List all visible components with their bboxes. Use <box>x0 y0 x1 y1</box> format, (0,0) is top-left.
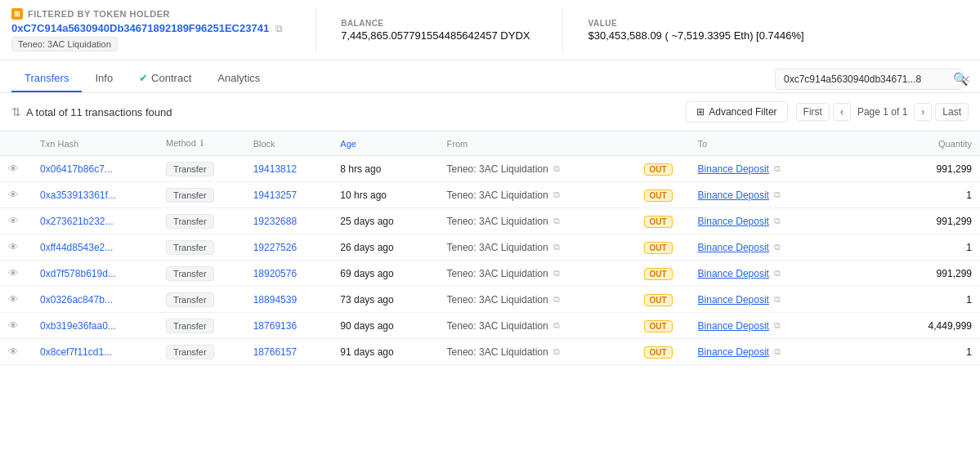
address-copy-icon[interactable]: ⧉ <box>275 23 283 34</box>
advanced-filter-button[interactable]: ⊞ Advanced Filter <box>686 101 787 123</box>
row-dir-cell: OUT <box>633 182 690 208</box>
tab-transfers[interactable]: Transfers <box>11 65 82 92</box>
txn-hash-link[interactable]: 0x06417b86c7... <box>40 163 113 175</box>
block-link[interactable]: 19227526 <box>253 242 297 253</box>
row-eye-button[interactable]: 👁 <box>8 267 19 279</box>
direction-badge: OUT <box>644 216 673 228</box>
col-header-age: Age <box>332 132 438 156</box>
txn-hash-link[interactable]: 0x8cef7f11cd1... <box>40 346 112 358</box>
txn-hash-link[interactable]: 0xa353913361f... <box>40 190 116 201</box>
txn-hash-link[interactable]: 0x273621b232... <box>40 216 113 227</box>
from-copy-icon[interactable]: ⧉ <box>553 216 560 226</box>
to-address-link[interactable]: Binance Deposit <box>698 163 769 175</box>
row-eye-button[interactable]: 👁 <box>8 346 19 358</box>
row-qty-cell: 991,299 <box>883 261 980 287</box>
page-first-button[interactable]: First <box>796 103 830 121</box>
to-address-link[interactable]: Binance Deposit <box>698 268 769 279</box>
row-eye-cell: 👁 <box>0 313 32 339</box>
value-label: VALUE <box>588 19 803 28</box>
direction-badge: OUT <box>644 268 673 280</box>
row-from-cell: Teneo: 3AC Liquidation ⧉ <box>439 313 633 339</box>
row-eye-button[interactable]: 👁 <box>8 293 19 306</box>
to-copy-icon[interactable]: ⧉ <box>774 320 781 331</box>
table-row: 👁 0xff44d8543e2... Transfer 19227526 26 … <box>0 234 980 261</box>
block-link[interactable]: 19413812 <box>253 163 297 175</box>
to-address-link[interactable]: Binance Deposit <box>698 190 769 201</box>
direction-badge: OUT <box>644 346 673 359</box>
from-address: Teneo: 3AC Liquidation <box>447 294 548 306</box>
token-address-link[interactable]: 0xC7C914a5630940Db34671892189F96251EC237… <box>11 22 269 34</box>
from-copy-icon[interactable]: ⧉ <box>553 242 560 252</box>
to-copy-icon[interactable]: ⧉ <box>774 268 781 279</box>
search-bar: ✕ 🔍 <box>775 69 969 90</box>
row-block-cell: 19227526 <box>245 234 333 261</box>
to-copy-icon[interactable]: ⧉ <box>774 346 781 357</box>
row-dir-cell: OUT <box>633 261 690 287</box>
row-dir-cell: OUT <box>633 234 690 261</box>
row-txn-cell: 0x06417b86c7... <box>32 156 158 182</box>
row-from-cell: Teneo: 3AC Liquidation ⧉ <box>439 182 633 208</box>
row-eye-cell: 👁 <box>0 182 32 208</box>
toolbar: ⇅ A total of 11 transactions found ⊞ Adv… <box>0 93 980 131</box>
from-copy-icon[interactable]: ⧉ <box>553 320 560 331</box>
row-txn-cell: 0xb319e36faa0... <box>32 313 158 339</box>
row-method-cell: Transfer <box>158 234 245 261</box>
transactions-table-container: Txn Hash Method ℹ Block Age From To Quan… <box>0 131 980 365</box>
block-link[interactable]: 19232688 <box>253 216 297 227</box>
row-method-cell: Transfer <box>158 287 245 313</box>
to-address-link[interactable]: Binance Deposit <box>698 242 769 253</box>
from-copy-icon[interactable]: ⧉ <box>553 268 560 279</box>
to-address-link[interactable]: Binance Deposit <box>698 320 769 332</box>
toolbar-right: ⊞ Advanced Filter First ‹ Page 1 of 1 › … <box>686 101 969 123</box>
row-qty-cell: 1 <box>883 339 980 365</box>
from-copy-icon[interactable]: ⧉ <box>553 346 560 357</box>
filtered-header: ⊞ FILTERED BY TOKEN HOLDER <box>11 8 283 20</box>
to-address-link[interactable]: Binance Deposit <box>698 216 769 227</box>
row-eye-button[interactable]: 👁 <box>8 241 19 253</box>
txn-hash-link[interactable]: 0x0326ac847b... <box>40 294 113 306</box>
row-age-cell: 10 hrs ago <box>332 182 438 208</box>
from-copy-icon[interactable]: ⧉ <box>553 294 560 305</box>
block-link[interactable]: 18769136 <box>253 320 297 332</box>
txn-hash-link[interactable]: 0xb319e36faa0... <box>40 320 116 332</box>
tab-info[interactable]: Info <box>82 65 126 92</box>
to-address-link[interactable]: Binance Deposit <box>698 294 769 306</box>
page-prev-button[interactable]: ‹ <box>833 103 851 121</box>
tab-contract[interactable]: ✔Contract <box>126 65 204 92</box>
search-submit-button[interactable]: 🔍 <box>953 72 969 87</box>
col-header-to: To <box>690 132 884 156</box>
block-link[interactable]: 19413257 <box>253 190 297 201</box>
page-next-button[interactable]: › <box>914 103 932 121</box>
row-to-cell: Binance Deposit ⧉ <box>690 287 884 313</box>
from-copy-icon[interactable]: ⧉ <box>553 190 560 200</box>
tab-analytics[interactable]: Analytics <box>204 65 273 92</box>
row-eye-button[interactable]: 👁 <box>8 189 19 201</box>
row-eye-button[interactable]: 👁 <box>8 163 19 175</box>
to-copy-icon[interactable]: ⧉ <box>774 242 781 252</box>
to-address-link[interactable]: Binance Deposit <box>698 346 769 358</box>
row-to-cell: Binance Deposit ⧉ <box>690 339 884 365</box>
block-link[interactable]: 18894539 <box>253 294 297 306</box>
from-tag: Teneo: 3AC Liquidation ⧉ <box>447 216 560 227</box>
from-copy-icon[interactable]: ⧉ <box>553 163 560 174</box>
search-input[interactable] <box>775 69 963 90</box>
row-from-cell: Teneo: 3AC Liquidation ⧉ <box>439 339 633 365</box>
to-copy-icon[interactable]: ⧉ <box>774 190 781 200</box>
row-dir-cell: OUT <box>633 287 690 313</box>
adv-filter-icon: ⊞ <box>696 106 705 118</box>
to-copy-icon[interactable]: ⧉ <box>774 294 781 305</box>
row-eye-button[interactable]: 👁 <box>8 215 19 227</box>
row-method-cell: Transfer <box>158 208 245 234</box>
txn-hash-link[interactable]: 0xd7f578b619d... <box>40 268 116 279</box>
txn-hash-link[interactable]: 0xff44d8543e2... <box>40 242 113 253</box>
page-last-button[interactable]: Last <box>935 103 969 121</box>
pagination: First ‹ Page 1 of 1 › Last <box>796 103 969 121</box>
row-block-cell: 19413812 <box>245 156 333 182</box>
table-row: 👁 0x273621b232... Transfer 19232688 25 d… <box>0 208 980 234</box>
block-link[interactable]: 18920576 <box>253 268 297 279</box>
from-tag: Teneo: 3AC Liquidation ⧉ <box>447 242 560 253</box>
to-copy-icon[interactable]: ⧉ <box>774 163 781 174</box>
row-eye-button[interactable]: 👁 <box>8 319 19 332</box>
block-link[interactable]: 18766157 <box>253 346 297 358</box>
to-copy-icon[interactable]: ⧉ <box>774 216 781 226</box>
